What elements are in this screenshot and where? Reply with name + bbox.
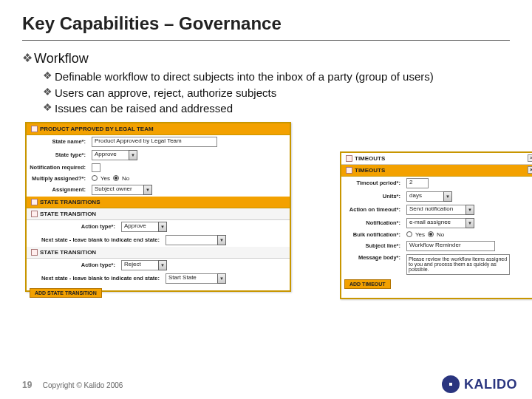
state-transition-header: STATE TRANSITION bbox=[27, 208, 290, 220]
panel-timeouts: × TIMEOUTS TIMEOUTS × Timeout period*: 2… bbox=[340, 151, 532, 299]
diamond-bullet-icon: ❖ bbox=[22, 51, 34, 65]
radio-yes-label: Yes bbox=[415, 231, 425, 238]
panel-workflow-state: PRODUCT APPROVED BY LEGAL TEAM State nam… bbox=[25, 122, 291, 292]
timeout-period-label: Timeout period*: bbox=[341, 180, 403, 186]
chevron-down-icon: ▼ bbox=[217, 235, 226, 245]
logo-icon bbox=[442, 375, 460, 393]
brand-logo: KALIDO bbox=[442, 375, 517, 393]
bullet-sub: ❖ Issues can be raised and addressed bbox=[43, 101, 510, 116]
chevron-down-icon: ▼ bbox=[466, 218, 474, 228]
panel-header: PRODUCT APPROVED BY LEGAL TEAM bbox=[27, 123, 290, 135]
radio-yes-label: Yes bbox=[100, 175, 110, 182]
next-state-label: Next state - leave blank to indicate end… bbox=[27, 236, 163, 243]
radio-yes[interactable] bbox=[406, 231, 412, 237]
diamond-bullet-icon: ❖ bbox=[43, 86, 55, 98]
timeout-period-input[interactable]: 2 bbox=[406, 178, 429, 188]
bullet-sub: ❖ Users can approve, reject, authorize s… bbox=[43, 86, 510, 100]
assignment-select[interactable]: Subject owner▼ bbox=[92, 185, 152, 195]
close-icon[interactable]: × bbox=[528, 166, 532, 174]
assignment-label: Assignment: bbox=[27, 186, 89, 193]
timeouts-header: TIMEOUTS × bbox=[341, 165, 532, 177]
bullet-main: ❖ Workflow bbox=[22, 51, 510, 66]
action-type-select[interactable]: Approve▼ bbox=[121, 222, 167, 232]
state-transition-header: STATE TRANSITION bbox=[27, 247, 290, 259]
collapse-icon bbox=[346, 167, 352, 174]
action-on-timeout-select[interactable]: Send notification▼ bbox=[406, 205, 474, 215]
screenshot-panels: PRODUCT APPROVED BY LEGAL TEAM State nam… bbox=[22, 122, 510, 314]
notification-label: Notification*: bbox=[341, 219, 403, 226]
next-state-select[interactable]: ▼ bbox=[166, 235, 226, 245]
copyright-text: Copyright © Kalido 2006 bbox=[43, 381, 123, 389]
message-body-textarea[interactable]: Please review the workflow items assigne… bbox=[406, 254, 510, 275]
radio-no[interactable] bbox=[113, 175, 119, 181]
units-label: Units*: bbox=[341, 193, 403, 200]
collapse-icon bbox=[31, 199, 38, 205]
chevron-down-icon: ▼ bbox=[143, 185, 152, 195]
action-type-label: Action type*: bbox=[27, 262, 118, 268]
action-type-select[interactable]: Reject▼ bbox=[121, 260, 167, 270]
state-transitions-header: STATE TRANSITIONS bbox=[27, 197, 290, 208]
action-on-timeout-label: Action on timeout*: bbox=[341, 206, 403, 213]
collapse-icon bbox=[31, 249, 38, 256]
chevron-down-icon: ▼ bbox=[129, 150, 137, 160]
state-type-label: State type*: bbox=[27, 151, 89, 158]
bullet-sub-label: Users can approve, reject, authorize sub… bbox=[55, 86, 276, 100]
next-state-select[interactable]: Start State▼ bbox=[166, 273, 226, 284]
close-icon[interactable]: × bbox=[528, 154, 532, 162]
chevron-down-icon: ▼ bbox=[158, 260, 167, 270]
subject-line-input[interactable]: Workflow Reminder bbox=[406, 241, 495, 251]
chevron-down-icon: ▼ bbox=[158, 222, 167, 232]
timeouts-outer-header: TIMEOUTS bbox=[341, 153, 532, 165]
notification-checkbox[interactable] bbox=[92, 163, 100, 172]
notification-select[interactable]: e-mail assignee▼ bbox=[406, 218, 474, 228]
slide-footer: 19 Copyright © Kalido 2006 KALIDO bbox=[22, 375, 517, 393]
radio-no-label: No bbox=[122, 175, 129, 182]
page-number: 19 bbox=[22, 380, 32, 390]
multiply-assigned-label: Multiply assigned?*: bbox=[27, 175, 89, 182]
next-state-label: Next state - leave blank to indicate end… bbox=[27, 275, 163, 282]
chevron-down-icon: ▼ bbox=[466, 205, 474, 215]
radio-yes[interactable] bbox=[92, 175, 98, 181]
add-state-transition-button[interactable]: ADD STATE TRANSITION bbox=[30, 288, 102, 298]
radio-no[interactable] bbox=[428, 231, 434, 237]
diamond-bullet-icon: ❖ bbox=[43, 69, 55, 81]
bullet-main-label: Workflow bbox=[34, 51, 89, 66]
panel-header-text: PRODUCT APPROVED BY LEGAL TEAM bbox=[40, 126, 154, 132]
bullet-sub-label: Definable workflow to direct subjects in… bbox=[55, 69, 434, 84]
logo-text: KALIDO bbox=[464, 377, 517, 392]
slide-title: Key Capabilities – Governance bbox=[22, 13, 510, 41]
radio-no-label: No bbox=[437, 231, 444, 238]
subject-line-label: Subject line*: bbox=[341, 242, 403, 249]
bullet-sub-label: Issues can be raised and addressed bbox=[55, 101, 233, 116]
diamond-bullet-icon: ❖ bbox=[43, 101, 55, 113]
add-timeout-button[interactable]: ADD TIMEOUT bbox=[344, 279, 391, 289]
notification-required-label: Notification required: bbox=[27, 164, 89, 171]
bullet-sub: ❖ Definable workflow to direct subjects … bbox=[43, 69, 510, 84]
state-type-select[interactable]: Approve▼ bbox=[92, 150, 137, 160]
state-name-label: State name*: bbox=[27, 138, 89, 145]
collapse-icon bbox=[31, 126, 38, 132]
collapse-icon bbox=[31, 211, 38, 217]
bulk-notification-label: Bulk notification*: bbox=[341, 231, 403, 238]
chevron-down-icon: ▼ bbox=[217, 273, 226, 284]
state-name-input[interactable]: Product Approved by Legal Team bbox=[92, 137, 217, 147]
message-body-label: Message body*: bbox=[341, 254, 403, 261]
collapse-icon bbox=[346, 155, 352, 162]
chevron-down-icon: ▼ bbox=[443, 191, 452, 202]
action-type-label: Action type*: bbox=[27, 223, 118, 230]
units-select[interactable]: days▼ bbox=[406, 191, 452, 202]
